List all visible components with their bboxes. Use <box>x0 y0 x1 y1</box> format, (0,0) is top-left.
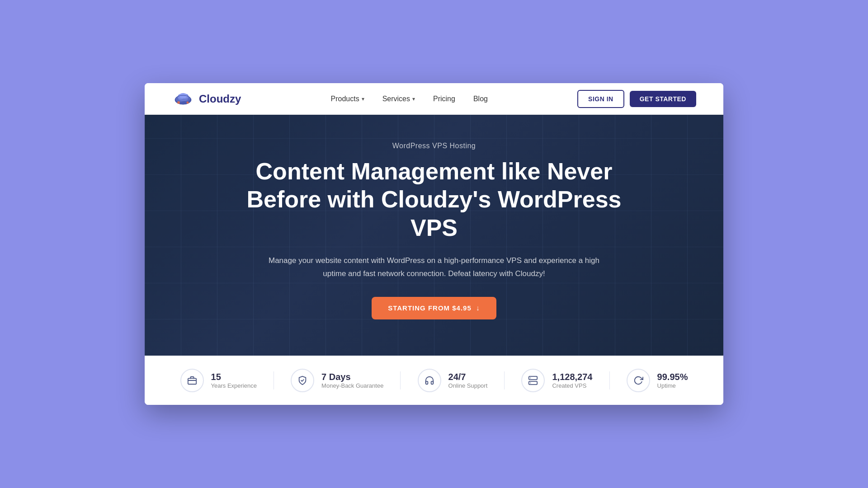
stat-value-experience: 15 <box>211 372 257 382</box>
nav-item-products[interactable]: Products ▾ <box>331 95 364 103</box>
briefcase-icon <box>180 369 204 392</box>
svg-point-9 <box>187 101 189 103</box>
stat-text-experience: 15 Years Experience <box>211 372 257 389</box>
nav-item-pricing[interactable]: Pricing <box>433 95 455 103</box>
browser-window: Cloudzy Products ▾ Services ▾ Pricing <box>145 83 723 405</box>
stat-item-experience: 15 Years Experience <box>180 369 257 392</box>
nav-link-pricing[interactable]: Pricing <box>433 95 455 103</box>
nav-actions: SIGN IN GET STARTED <box>577 90 696 108</box>
cta-button[interactable]: STARTING FROM $4.95 ↓ <box>372 297 496 319</box>
headset-icon <box>418 369 441 392</box>
stat-value-guarantee: 7 Days <box>321 372 383 382</box>
stat-text-support: 24/7 Online Support <box>448 372 488 389</box>
stat-label-uptime: Uptime <box>657 382 688 389</box>
arrow-down-icon: ↓ <box>476 304 480 312</box>
stat-label-experience: Years Experience <box>211 382 257 389</box>
stat-divider-2 <box>400 371 401 389</box>
stat-value-support: 24/7 <box>448 372 488 382</box>
getstarted-button[interactable]: GET STARTED <box>630 91 696 107</box>
cloudzy-logo-icon <box>172 90 194 108</box>
nav-links: Products ▾ Services ▾ Pricing Blog <box>331 95 488 103</box>
stat-label-guarantee: Money-Back Guarantee <box>321 382 383 389</box>
hero-section: WordPress VPS Hosting Content Management… <box>145 115 723 356</box>
stat-text-guarantee: 7 Days Money-Back Guarantee <box>321 372 383 389</box>
stat-text-uptime: 99.95% Uptime <box>657 372 688 389</box>
stat-value-vps: 1,128,274 <box>552 372 592 382</box>
stat-label-support: Online Support <box>448 382 488 389</box>
stat-divider-3 <box>504 371 505 389</box>
chevron-down-icon: ▾ <box>362 96 364 102</box>
nav-link-products[interactable]: Products ▾ <box>331 95 364 103</box>
stat-divider-1 <box>274 371 274 389</box>
navbar: Cloudzy Products ▾ Services ▾ Pricing <box>145 83 723 115</box>
hero-description: Manage your website content with WordPre… <box>258 254 610 281</box>
stats-bar: 15 Years Experience 7 Days Money-Back Gu… <box>145 356 723 405</box>
nav-link-services[interactable]: Services ▾ <box>382 95 415 103</box>
stat-value-uptime: 99.95% <box>657 372 688 382</box>
stat-label-vps: Created VPS <box>552 382 592 389</box>
chevron-down-icon: ▾ <box>412 96 415 102</box>
nav-item-services[interactable]: Services ▾ <box>382 95 415 103</box>
logo-area: Cloudzy <box>172 90 241 108</box>
stat-item-uptime: 99.95% Uptime <box>627 369 688 392</box>
brand-name: Cloudzy <box>199 93 241 105</box>
hero-title: Content Management like Never Before wit… <box>231 157 637 242</box>
svg-point-8 <box>177 101 180 104</box>
hero-content: WordPress VPS Hosting Content Management… <box>231 142 637 319</box>
nav-link-blog[interactable]: Blog <box>473 95 488 103</box>
hero-subtitle: WordPress VPS Hosting <box>231 142 637 150</box>
cta-label: STARTING FROM $4.95 <box>388 304 472 312</box>
nav-item-blog[interactable]: Blog <box>473 95 488 103</box>
svg-rect-10 <box>188 378 196 384</box>
stat-item-vps: 1,128,274 Created VPS <box>521 369 592 392</box>
stat-divider-4 <box>609 371 610 389</box>
stat-item-support: 24/7 Online Support <box>418 369 488 392</box>
server-icon <box>521 369 545 392</box>
stat-text-vps: 1,128,274 Created VPS <box>552 372 592 389</box>
signin-button[interactable]: SIGN IN <box>577 90 624 108</box>
refresh-icon <box>627 369 650 392</box>
shield-icon <box>291 369 314 392</box>
stat-item-guarantee: 7 Days Money-Back Guarantee <box>291 369 383 392</box>
